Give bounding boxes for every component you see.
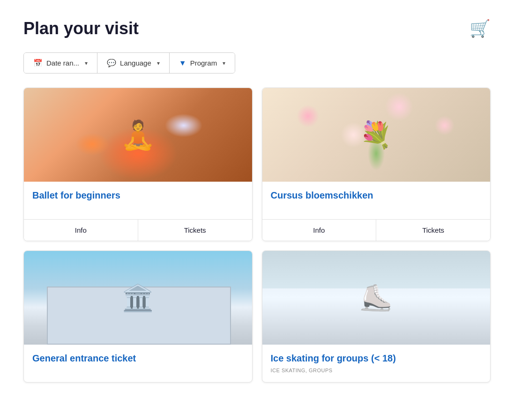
program-filter-button[interactable]: ▼ Program ▾ <box>170 53 235 73</box>
card-ballet-actions: Info Tickets <box>24 219 252 241</box>
card-entrance-title: General entrance ticket <box>32 353 244 364</box>
card-iceskating-title: Ice skating for groups (< 18) <box>271 353 482 364</box>
card-flowers-actions: Info Tickets <box>262 219 491 241</box>
card-flowers-title: Cursus bloemschikken <box>271 190 482 201</box>
card-entrance-body: General entrance ticket <box>24 345 252 382</box>
cards-grid: Ballet for beginners Info Tickets Cursus… <box>23 88 491 383</box>
card-iceskating: Ice skating for groups (< 18) ICE SKATIN… <box>262 251 491 383</box>
program-icon: ▼ <box>179 59 186 67</box>
language-filter-button[interactable]: 💬 Language ▾ <box>97 53 170 73</box>
cart-icon[interactable]: 🛒 <box>469 19 491 38</box>
page-header: Plan your visit 🛒 <box>23 19 491 38</box>
program-chevron-icon: ▾ <box>223 60 225 66</box>
card-flowers: Cursus bloemschikken Info Tickets <box>262 88 491 241</box>
card-flowers-body: Cursus bloemschikken <box>262 182 491 219</box>
card-iceskating-body: Ice skating for groups (< 18) ICE SKATIN… <box>262 345 491 382</box>
page-title: Plan your visit <box>23 19 139 38</box>
card-ballet-tickets-button[interactable]: Tickets <box>138 220 252 241</box>
card-iceskating-tags: ICE SKATING, GROUPS <box>271 368 482 373</box>
card-flowers-image <box>262 88 491 182</box>
program-filter-label: Program <box>190 59 217 67</box>
card-entrance: General entrance ticket <box>23 251 253 383</box>
card-flowers-info-button[interactable]: Info <box>262 220 377 241</box>
language-filter-label: Language <box>120 59 151 67</box>
card-ballet: Ballet for beginners Info Tickets <box>23 88 253 241</box>
card-ballet-body: Ballet for beginners <box>24 182 252 219</box>
card-flowers-tickets-button[interactable]: Tickets <box>376 220 490 241</box>
date-filter-label: Date ran... <box>46 59 79 67</box>
card-ballet-info-button[interactable]: Info <box>24 220 138 241</box>
date-chevron-icon: ▾ <box>85 60 88 66</box>
card-entrance-image <box>24 251 252 345</box>
calendar-icon: 📅 <box>33 59 43 67</box>
language-chevron-icon: ▾ <box>157 60 160 66</box>
language-icon: 💬 <box>107 59 116 67</box>
card-iceskating-image <box>262 251 491 345</box>
card-ballet-title: Ballet for beginners <box>32 190 244 201</box>
date-filter-button[interactable]: 📅 Date ran... ▾ <box>24 53 97 73</box>
filters-bar: 📅 Date ran... ▾ 💬 Language ▾ ▼ Program ▾ <box>23 52 235 74</box>
card-ballet-image <box>24 88 252 182</box>
